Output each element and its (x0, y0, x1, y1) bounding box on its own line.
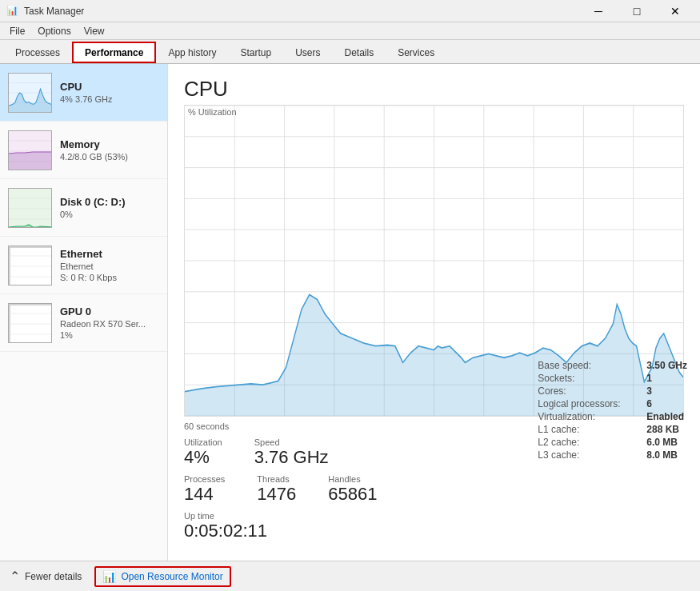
menu-view[interactable]: View (78, 22, 111, 39)
gpu-name: GPU 0 (60, 305, 146, 317)
speed-label: Speed (254, 437, 329, 447)
handles-value: 65861 (328, 484, 377, 505)
right-stat-value: 3 (646, 385, 652, 397)
resource-monitor-icon: 📊 (102, 570, 116, 583)
gpu-thumbnail (8, 303, 52, 343)
tab-users[interactable]: Users (283, 42, 332, 63)
tab-processes[interactable]: Processes (3, 42, 72, 63)
right-stat-label: L3 cache: (538, 449, 642, 461)
bottom-bar: ⌃ Fewer details 📊 Open Resource Monitor (0, 561, 700, 591)
ethernet-thumbnail (8, 246, 52, 286)
threads-value: 1476 (257, 484, 296, 505)
utilization-stat: Utilization 4% (184, 437, 222, 468)
memory-name: Memory (60, 138, 128, 150)
disk-name: Disk 0 (C: D:) (60, 196, 126, 208)
gpu-detail2: 1% (60, 330, 146, 340)
right-stat-value: 1 (646, 373, 652, 384)
sidebar-item-cpu[interactable]: CPU 4% 3.76 GHz (0, 64, 167, 122)
stats-row-3: Up time 0:05:02:11 (184, 511, 684, 541)
handles-label: Handles (328, 474, 377, 484)
gpu-info: GPU 0 Radeon RX 570 Ser... 1% (60, 305, 146, 340)
sidebar-item-memory[interactable]: Memory 4.2/8.0 GB (53%) (0, 122, 167, 179)
cpu-thumbnail (8, 73, 52, 113)
open-resource-monitor-button[interactable]: 📊 Open Resource Monitor (94, 566, 230, 587)
tab-app-history[interactable]: App history (156, 42, 228, 63)
tab-services[interactable]: Services (386, 42, 446, 63)
window-title: Task Manager (24, 6, 580, 17)
ethernet-detail1: Ethernet (60, 262, 117, 271)
tab-bar: Processes Performance App history Startu… (0, 40, 700, 64)
sidebar-item-disk[interactable]: Disk 0 (C: D:) 0% (0, 179, 167, 237)
fewer-details-label: Fewer details (25, 571, 82, 582)
right-stat-label: L2 cache: (538, 437, 642, 448)
right-stat-value: 6 (646, 398, 652, 409)
tab-performance[interactable]: Performance (72, 42, 156, 63)
ethernet-info: Ethernet Ethernet S: 0 R: 0 Kbps (60, 248, 117, 282)
threads-stat: Threads 1476 (257, 474, 296, 505)
open-resource-label: Open Resource Monitor (121, 571, 222, 582)
main-content: CPU 4% 3.76 GHz Memory 4.2/8.0 GB (53%) (0, 64, 700, 561)
svg-marker-9 (9, 152, 52, 170)
window-controls: ─ □ ✕ (580, 0, 694, 22)
disk-info: Disk 0 (C: D:) 0% (60, 196, 126, 219)
right-stat-value: Enabled (646, 411, 684, 422)
handles-stat: Handles 65861 (328, 474, 377, 505)
right-stat-label: Virtualization: (538, 411, 642, 422)
svg-rect-21 (9, 304, 52, 343)
minimize-button[interactable]: ─ (580, 0, 617, 22)
speed-stat: Speed 3.76 GHz (254, 437, 329, 468)
disk-detail: 0% (60, 210, 126, 219)
cpu-info: CPU 4% 3.76 GHz (60, 81, 112, 104)
right-stat-row: Sockets:1 (538, 373, 687, 384)
close-button[interactable]: ✕ (657, 0, 694, 22)
cpu-name: CPU (60, 81, 112, 93)
utilization-label: Utilization (184, 437, 222, 447)
uptime-stat: Up time 0:05:02:11 (184, 511, 267, 541)
right-stat-label: L1 cache: (538, 424, 642, 435)
right-stat-value: 6.0 MB (646, 437, 678, 448)
cpu-detail: 4% 3.76 GHz (60, 94, 112, 104)
uptime-value: 0:05:02:11 (184, 521, 267, 541)
tab-details[interactable]: Details (332, 42, 386, 63)
right-stat-label: Sockets: (538, 373, 642, 384)
right-stat-row: L2 cache:6.0 MB (538, 437, 687, 448)
threads-label: Threads (257, 474, 296, 484)
sidebar-item-gpu[interactable]: GPU 0 Radeon RX 570 Ser... 1% (0, 294, 167, 352)
processes-value: 144 (184, 484, 225, 505)
sidebar: CPU 4% 3.76 GHz Memory 4.2/8.0 GB (53%) (0, 64, 168, 561)
processes-label: Processes (184, 474, 225, 484)
maximize-button[interactable]: □ (618, 0, 655, 22)
right-stats-panel: Base speed:3.50 GHzSockets:1Cores:3Logic… (538, 360, 687, 497)
uptime-label: Up time (184, 511, 267, 521)
tab-startup[interactable]: Startup (228, 42, 283, 63)
right-stat-row: Cores:3 (538, 385, 687, 397)
svg-rect-10 (9, 189, 52, 228)
gpu-detail1: Radeon RX 570 Ser... (60, 319, 146, 329)
sidebar-item-ethernet[interactable]: Ethernet Ethernet S: 0 R: 0 Kbps (0, 237, 167, 294)
detail-panel: CPU % Utilization (168, 64, 700, 561)
right-stat-label: Base speed: (538, 360, 642, 371)
right-stat-value: 8.0 MB (646, 449, 678, 461)
chart-label: % Utilization (188, 107, 237, 117)
right-stat-value: 288 KB (646, 424, 679, 435)
title-bar: 📊 Task Manager ─ □ ✕ (0, 0, 700, 22)
ethernet-name: Ethernet (60, 248, 117, 260)
memory-detail: 4.2/8.0 GB (53%) (60, 152, 128, 162)
memory-info: Memory 4.2/8.0 GB (53%) (60, 138, 128, 162)
ethernet-detail2: S: 0 R: 0 Kbps (60, 273, 117, 282)
right-stat-label: Cores: (538, 385, 642, 397)
utilization-value: 4% (184, 447, 222, 468)
app-icon: 📊 (6, 5, 19, 18)
right-stat-row: Logical processors:6 (538, 398, 687, 409)
right-stat-row: Virtualization:Enabled (538, 411, 687, 422)
right-stat-label: Logical processors: (538, 398, 642, 409)
processes-stat: Processes 144 (184, 474, 225, 505)
fewer-details-button[interactable]: ⌃ Fewer details (10, 569, 82, 584)
menu-options[interactable]: Options (31, 22, 77, 39)
svg-rect-15 (9, 246, 52, 286)
menu-file[interactable]: File (3, 22, 31, 39)
speed-value: 3.76 GHz (254, 447, 329, 468)
detail-title: CPU (184, 77, 684, 102)
right-stat-value: 3.50 GHz (646, 360, 687, 371)
disk-thumbnail (8, 188, 52, 228)
